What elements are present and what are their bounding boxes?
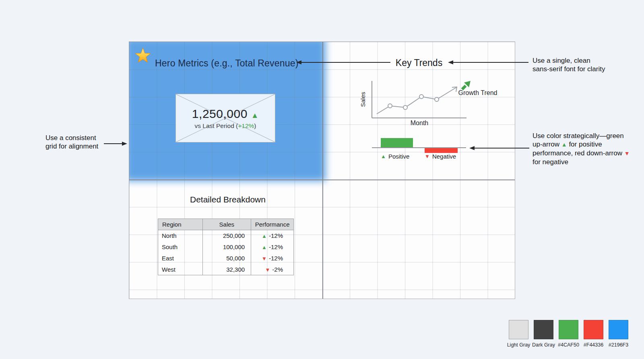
x-axis-label: Month [411,120,428,126]
grid-annotation-line1: Use a consistent [45,134,114,142]
grid-annotation-line2: grid for alignment [45,142,114,151]
font-annotation-line1: Use a single, clean [533,56,633,65]
green-growth-arrow-icon [462,81,471,89]
sales-cell: 100,000 [202,241,251,253]
color-swatch [609,320,628,339]
swatch-label: Light Gray [507,342,530,348]
font-annotation-line2: sans-serif font for clarity [533,65,633,73]
column-header-sales: Sales [202,219,251,230]
delta-percent: +12% [238,122,254,129]
palette-swatch-item: #4CAF50 [559,320,578,348]
column-header-region: Region [158,219,203,230]
sales-cell: 50,000 [202,253,251,264]
y-axis-label: Sales [359,92,366,107]
sales-cell: 250,000 [202,230,251,241]
up-triangle-icon: ▲ [251,111,259,120]
up-triangle-icon: ▲ [381,154,386,159]
color-annotation: Use color strategically—green up-arrow ▲… [533,132,632,166]
hero-metrics-title: Hero Metrics (e.g., Total Revenue) [155,58,300,69]
dashboard-grid-panel: Hero Metrics (e.g., Total Revenue) Key T… [129,41,515,299]
region-cell: North [158,230,203,241]
region-cell: East [158,253,203,264]
performance-value: -2% [272,266,283,273]
swatch-label: #2196F3 [609,342,628,348]
performance-value: -12% [269,232,283,239]
palette-swatch-item: #F44336 [584,320,603,348]
column-header-performance: Performance [251,219,294,230]
data-point [419,95,423,99]
performance-cell: ▲-12% [251,230,294,241]
metric-number: 1,250,000 [192,107,248,120]
table-row: North250,000▲-12% [158,230,294,241]
performance-cell: ▼-2% [251,264,294,275]
growth-trend-label: Growth Trend [458,89,497,96]
performance-value: -12% [269,243,283,250]
color-annotation-text: for negative [533,158,568,166]
subtitle-text: vs Last Period ( [195,122,238,129]
down-triangle-icon: ▼ [624,150,630,157]
up-triangle-icon: ▲ [561,141,567,148]
color-palette: Light GrayDark Gray#4CAF50#F44336#2196F3 [509,320,628,348]
negative-legend: ▼ Negative [425,153,456,160]
positive-legend-label: Positive [388,153,410,160]
color-swatch [509,320,528,339]
grid-annotation: Use a consistent grid for alignment [45,134,114,151]
region-cell: West [158,264,203,275]
font-annotation: Use a single, clean sans-serif font for … [533,56,633,73]
palette-swatch-item: Light Gray [509,320,528,348]
table-header-row: Region Sales Performance [158,219,294,230]
table-row: West32,300▼-2% [158,264,294,275]
up-triangle-icon: ▲ [262,233,267,239]
palette-swatch-item: #2196F3 [609,320,628,348]
growth-trend-chart: Sales Month Growth Trend [359,77,500,129]
negative-bar [425,148,458,153]
data-point [403,105,407,109]
swatch-label: #4CAF50 [558,342,579,348]
down-triangle-icon: ▼ [265,267,270,273]
region-cell: South [158,241,203,253]
data-point [388,104,392,108]
color-swatch [534,320,553,339]
swatch-label: Dark Gray [532,342,555,348]
hero-metric-value: 1,250,000▲ [192,107,259,121]
color-swatch [559,320,578,339]
swatch-label: #F44336 [584,342,603,348]
subtitle-close: ) [254,122,256,129]
performance-value: -12% [269,255,283,262]
trend-line [377,87,456,114]
sales-cell: 32,300 [202,264,251,275]
performance-cell: ▼-12% [251,253,294,264]
dashboard-design-diagram: Hero Metrics (e.g., Total Revenue) Key T… [0,0,644,359]
hero-metric-card: 1,250,000▲ vs Last Period (+12%) [175,94,275,142]
hero-metric-subtitle: vs Last Period (+12%) [195,122,256,130]
breakdown-table: Region Sales Performance North250,000▲-1… [158,219,294,275]
positive-bar [381,138,413,148]
performance-cell: ▲-12% [251,241,294,253]
down-triangle-icon: ▼ [425,154,430,159]
star-icon [134,47,151,64]
up-triangle-icon: ▲ [262,244,267,250]
down-triangle-icon: ▼ [262,256,267,262]
breakdown-table-body: North250,000▲-12%South100,000▲-12%East50… [158,230,294,275]
color-swatch [584,320,603,339]
table-row: East50,000▼-12% [158,253,294,264]
data-point [435,97,439,101]
positive-legend: ▲ Positive [381,153,409,160]
key-trends-title: Key Trends [387,58,451,68]
detailed-breakdown-title: Detailed Breakdown [173,195,282,204]
table-row: South100,000▲-12% [158,241,294,253]
palette-swatch-item: Dark Gray [534,320,553,348]
negative-legend-label: Negative [432,153,456,160]
